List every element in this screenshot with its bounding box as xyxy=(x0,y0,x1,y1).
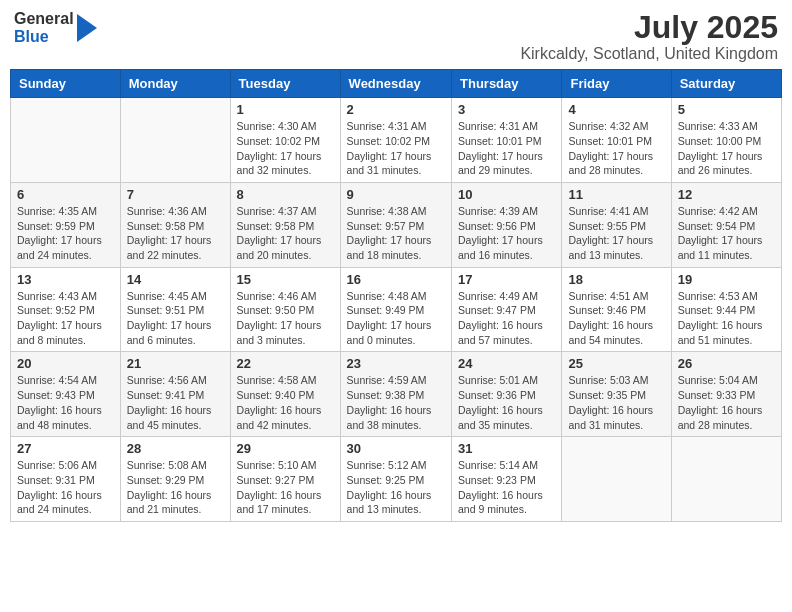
col-header-tuesday: Tuesday xyxy=(230,70,340,98)
day-info: Sunrise: 4:38 AMSunset: 9:57 PMDaylight:… xyxy=(347,204,445,263)
day-number: 11 xyxy=(568,187,664,202)
calendar-cell: 6Sunrise: 4:35 AMSunset: 9:59 PMDaylight… xyxy=(11,182,121,267)
day-number: 31 xyxy=(458,441,555,456)
day-info: Sunrise: 5:03 AMSunset: 9:35 PMDaylight:… xyxy=(568,373,664,432)
calendar-cell: 23Sunrise: 4:59 AMSunset: 9:38 PMDayligh… xyxy=(340,352,451,437)
day-info: Sunrise: 4:53 AMSunset: 9:44 PMDaylight:… xyxy=(678,289,775,348)
calendar-cell xyxy=(562,437,671,522)
calendar-cell: 10Sunrise: 4:39 AMSunset: 9:56 PMDayligh… xyxy=(452,182,562,267)
day-info: Sunrise: 5:06 AMSunset: 9:31 PMDaylight:… xyxy=(17,458,114,517)
day-number: 3 xyxy=(458,102,555,117)
day-info: Sunrise: 4:35 AMSunset: 9:59 PMDaylight:… xyxy=(17,204,114,263)
day-number: 2 xyxy=(347,102,445,117)
day-info: Sunrise: 4:54 AMSunset: 9:43 PMDaylight:… xyxy=(17,373,114,432)
location: Kirkcaldy, Scotland, United Kingdom xyxy=(520,45,778,63)
day-number: 8 xyxy=(237,187,334,202)
calendar-cell: 20Sunrise: 4:54 AMSunset: 9:43 PMDayligh… xyxy=(11,352,121,437)
calendar-cell xyxy=(671,437,781,522)
calendar-cell: 29Sunrise: 5:10 AMSunset: 9:27 PMDayligh… xyxy=(230,437,340,522)
calendar-cell: 4Sunrise: 4:32 AMSunset: 10:01 PMDayligh… xyxy=(562,98,671,183)
calendar-cell: 25Sunrise: 5:03 AMSunset: 9:35 PMDayligh… xyxy=(562,352,671,437)
calendar-cell: 17Sunrise: 4:49 AMSunset: 9:47 PMDayligh… xyxy=(452,267,562,352)
calendar-cell: 8Sunrise: 4:37 AMSunset: 9:58 PMDaylight… xyxy=(230,182,340,267)
day-number: 9 xyxy=(347,187,445,202)
day-info: Sunrise: 4:31 AMSunset: 10:01 PMDaylight… xyxy=(458,119,555,178)
day-info: Sunrise: 4:58 AMSunset: 9:40 PMDaylight:… xyxy=(237,373,334,432)
calendar-cell: 9Sunrise: 4:38 AMSunset: 9:57 PMDaylight… xyxy=(340,182,451,267)
calendar-cell xyxy=(11,98,121,183)
day-number: 23 xyxy=(347,356,445,371)
logo-general-text: General xyxy=(14,10,74,28)
calendar-cell: 5Sunrise: 4:33 AMSunset: 10:00 PMDayligh… xyxy=(671,98,781,183)
title-block: July 2025 Kirkcaldy, Scotland, United Ki… xyxy=(520,10,778,63)
calendar-cell: 24Sunrise: 5:01 AMSunset: 9:36 PMDayligh… xyxy=(452,352,562,437)
calendar-cell: 13Sunrise: 4:43 AMSunset: 9:52 PMDayligh… xyxy=(11,267,121,352)
calendar-row-3: 13Sunrise: 4:43 AMSunset: 9:52 PMDayligh… xyxy=(11,267,782,352)
day-info: Sunrise: 4:48 AMSunset: 9:49 PMDaylight:… xyxy=(347,289,445,348)
calendar-cell: 19Sunrise: 4:53 AMSunset: 9:44 PMDayligh… xyxy=(671,267,781,352)
day-info: Sunrise: 4:32 AMSunset: 10:01 PMDaylight… xyxy=(568,119,664,178)
day-info: Sunrise: 5:01 AMSunset: 9:36 PMDaylight:… xyxy=(458,373,555,432)
day-number: 16 xyxy=(347,272,445,287)
calendar-table: SundayMondayTuesdayWednesdayThursdayFrid… xyxy=(10,69,782,522)
calendar-cell: 11Sunrise: 4:41 AMSunset: 9:55 PMDayligh… xyxy=(562,182,671,267)
day-number: 30 xyxy=(347,441,445,456)
day-number: 12 xyxy=(678,187,775,202)
col-header-wednesday: Wednesday xyxy=(340,70,451,98)
day-number: 29 xyxy=(237,441,334,456)
day-info: Sunrise: 4:39 AMSunset: 9:56 PMDaylight:… xyxy=(458,204,555,263)
calendar-cell: 2Sunrise: 4:31 AMSunset: 10:02 PMDayligh… xyxy=(340,98,451,183)
day-number: 4 xyxy=(568,102,664,117)
day-info: Sunrise: 4:41 AMSunset: 9:55 PMDaylight:… xyxy=(568,204,664,263)
col-header-thursday: Thursday xyxy=(452,70,562,98)
calendar-row-4: 20Sunrise: 4:54 AMSunset: 9:43 PMDayligh… xyxy=(11,352,782,437)
page-header: General Blue July 2025 Kirkcaldy, Scotla… xyxy=(10,10,782,63)
calendar-header-row: SundayMondayTuesdayWednesdayThursdayFrid… xyxy=(11,70,782,98)
day-info: Sunrise: 4:46 AMSunset: 9:50 PMDaylight:… xyxy=(237,289,334,348)
col-header-monday: Monday xyxy=(120,70,230,98)
logo-blue-text: Blue xyxy=(14,28,74,46)
calendar-row-2: 6Sunrise: 4:35 AMSunset: 9:59 PMDaylight… xyxy=(11,182,782,267)
calendar-cell: 21Sunrise: 4:56 AMSunset: 9:41 PMDayligh… xyxy=(120,352,230,437)
day-info: Sunrise: 5:12 AMSunset: 9:25 PMDaylight:… xyxy=(347,458,445,517)
day-number: 26 xyxy=(678,356,775,371)
day-number: 1 xyxy=(237,102,334,117)
day-info: Sunrise: 4:37 AMSunset: 9:58 PMDaylight:… xyxy=(237,204,334,263)
day-info: Sunrise: 4:43 AMSunset: 9:52 PMDaylight:… xyxy=(17,289,114,348)
calendar-cell: 18Sunrise: 4:51 AMSunset: 9:46 PMDayligh… xyxy=(562,267,671,352)
col-header-sunday: Sunday xyxy=(11,70,121,98)
calendar-cell: 1Sunrise: 4:30 AMSunset: 10:02 PMDayligh… xyxy=(230,98,340,183)
day-number: 17 xyxy=(458,272,555,287)
day-info: Sunrise: 4:45 AMSunset: 9:51 PMDaylight:… xyxy=(127,289,224,348)
day-number: 28 xyxy=(127,441,224,456)
calendar-row-1: 1Sunrise: 4:30 AMSunset: 10:02 PMDayligh… xyxy=(11,98,782,183)
day-number: 25 xyxy=(568,356,664,371)
day-info: Sunrise: 4:59 AMSunset: 9:38 PMDaylight:… xyxy=(347,373,445,432)
day-number: 10 xyxy=(458,187,555,202)
calendar-cell: 7Sunrise: 4:36 AMSunset: 9:58 PMDaylight… xyxy=(120,182,230,267)
day-number: 27 xyxy=(17,441,114,456)
calendar-cell: 12Sunrise: 4:42 AMSunset: 9:54 PMDayligh… xyxy=(671,182,781,267)
day-info: Sunrise: 4:30 AMSunset: 10:02 PMDaylight… xyxy=(237,119,334,178)
calendar-cell: 27Sunrise: 5:06 AMSunset: 9:31 PMDayligh… xyxy=(11,437,121,522)
month-title: July 2025 xyxy=(520,10,778,45)
day-number: 6 xyxy=(17,187,114,202)
day-number: 24 xyxy=(458,356,555,371)
day-info: Sunrise: 5:08 AMSunset: 9:29 PMDaylight:… xyxy=(127,458,224,517)
calendar-cell: 22Sunrise: 4:58 AMSunset: 9:40 PMDayligh… xyxy=(230,352,340,437)
logo: General Blue xyxy=(14,10,97,47)
calendar-cell: 26Sunrise: 5:04 AMSunset: 9:33 PMDayligh… xyxy=(671,352,781,437)
calendar-cell: 28Sunrise: 5:08 AMSunset: 9:29 PMDayligh… xyxy=(120,437,230,522)
day-info: Sunrise: 4:42 AMSunset: 9:54 PMDaylight:… xyxy=(678,204,775,263)
day-number: 14 xyxy=(127,272,224,287)
col-header-saturday: Saturday xyxy=(671,70,781,98)
day-number: 19 xyxy=(678,272,775,287)
calendar-cell xyxy=(120,98,230,183)
day-info: Sunrise: 4:49 AMSunset: 9:47 PMDaylight:… xyxy=(458,289,555,348)
calendar-row-5: 27Sunrise: 5:06 AMSunset: 9:31 PMDayligh… xyxy=(11,437,782,522)
calendar-cell: 15Sunrise: 4:46 AMSunset: 9:50 PMDayligh… xyxy=(230,267,340,352)
day-number: 15 xyxy=(237,272,334,287)
day-number: 13 xyxy=(17,272,114,287)
day-number: 22 xyxy=(237,356,334,371)
svg-marker-0 xyxy=(77,14,97,42)
